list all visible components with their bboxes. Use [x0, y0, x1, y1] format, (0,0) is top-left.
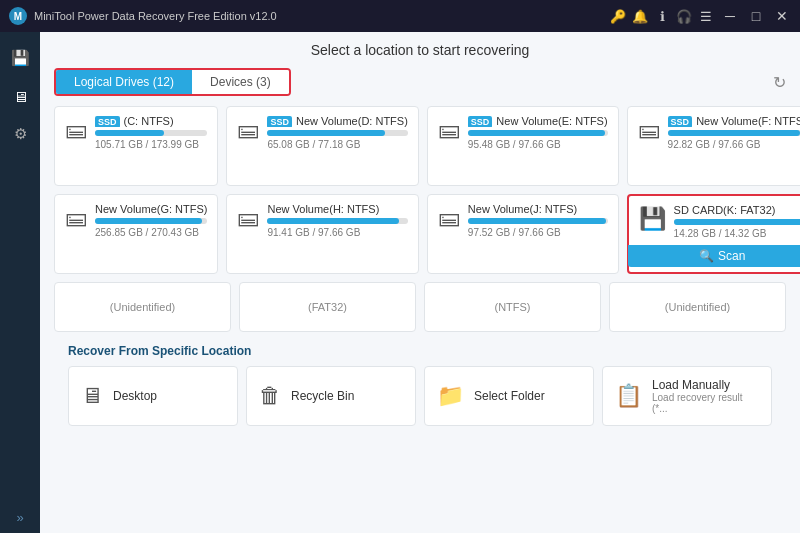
drive-bar-fill-k	[674, 219, 800, 225]
drive-bar-bg-e	[468, 130, 608, 136]
drive-card-g[interactable]: 🖴 New Volume(G: NTFS) 256.85 GB / 270.43…	[54, 194, 218, 274]
drive-bar-bg-f	[668, 130, 800, 136]
app-title: MiniTool Power Data Recovery Free Editio…	[34, 10, 610, 22]
unidentified-card-4[interactable]: (Unidentified)	[609, 282, 786, 332]
ssd-badge-e: SSD	[468, 116, 493, 127]
desktop-label: Desktop	[113, 389, 157, 403]
drive-bar-bg-j	[468, 218, 608, 224]
tab-logical-drives[interactable]: Logical Drives (12)	[56, 70, 192, 94]
drive-card-c[interactable]: 🖴 SSD(C: NTFS) 105.71 GB / 173.99 GB	[54, 106, 218, 186]
drive-size-d: 65.08 GB / 77.18 GB	[267, 139, 407, 150]
drive-bar-bg-d	[267, 130, 407, 136]
drive-size-g: 256.85 GB / 270.43 GB	[95, 227, 207, 238]
main-content: Select a location to start recovering Lo…	[40, 32, 800, 533]
tabs-container: Logical Drives (12) Devices (3)	[54, 68, 291, 96]
unidentified-card-1[interactable]: (Unidentified)	[54, 282, 231, 332]
ssd-badge-c: SSD	[95, 116, 120, 127]
bell-icon[interactable]: 🔔	[632, 8, 648, 24]
sidebar-item-drive[interactable]: 🖥	[4, 80, 36, 112]
key-icon[interactable]: 🔑	[610, 8, 626, 24]
drive-icon-f: 🖴	[638, 117, 660, 143]
drive-label-g: New Volume(G: NTFS)	[95, 203, 207, 215]
refresh-button[interactable]: ↻	[773, 73, 786, 92]
svg-text:M: M	[14, 11, 22, 22]
specific-card-recycle-bin[interactable]: 🗑 Recycle Bin	[246, 366, 416, 426]
drives-section: 🖴 SSD(C: NTFS) 105.71 GB / 173.99 GB	[40, 96, 800, 533]
close-button[interactable]: ✕	[772, 6, 792, 26]
drive-info-d: SSDNew Volume(D: NTFS) 65.08 GB / 77.18 …	[267, 115, 407, 150]
unidentified-card-2[interactable]: (FAT32)	[239, 282, 416, 332]
drive-info-f: SSDNew Volume(F: NTFS) 92.82 GB / 97.66 …	[668, 115, 800, 150]
drive-icon-k: 💾	[639, 206, 666, 232]
tab-devices[interactable]: Devices (3)	[192, 70, 289, 94]
drive-bar-fill-f	[668, 130, 800, 136]
select-folder-label: Select Folder	[474, 389, 545, 403]
drive-icon-c: 🖴	[65, 117, 87, 143]
headset-icon[interactable]: 🎧	[676, 8, 692, 24]
sidebar-item-settings[interactable]: ⚙	[4, 118, 36, 150]
drive-label-f: SSDNew Volume(F: NTFS)	[668, 115, 800, 127]
drive-card-h[interactable]: 🖴 New Volume(H: NTFS) 91.41 GB / 97.66 G…	[226, 194, 418, 274]
drive-size-j: 97.52 GB / 97.66 GB	[468, 227, 608, 238]
recycle-bin-label: Recycle Bin	[291, 389, 354, 403]
specific-grid: 🖥 Desktop 🗑 Recycle Bin 📁 Select Folder …	[68, 366, 772, 426]
drive-card-d[interactable]: 🖴 SSDNew Volume(D: NTFS) 65.08 GB / 77.1…	[226, 106, 418, 186]
drive-size-e: 95.48 GB / 97.66 GB	[468, 139, 608, 150]
drive-bar-fill-c	[95, 130, 164, 136]
ssd-badge-d: SSD	[267, 116, 292, 127]
load-manually-label: Load Manually	[652, 378, 759, 392]
app-logo: M	[8, 6, 28, 26]
drive-card-k[interactable]: 💾 SD CARD(K: FAT32) 14.28 GB / 14.32 GB …	[627, 194, 800, 274]
specific-card-select-folder[interactable]: 📁 Select Folder	[424, 366, 594, 426]
unidentified-card-3[interactable]: (NTFS)	[424, 282, 601, 332]
info-icon[interactable]: ℹ	[654, 8, 670, 24]
load-manually-info: Load Manually Load recovery result (*...	[652, 378, 759, 414]
minimize-button[interactable]: ─	[720, 6, 740, 26]
scan-button[interactable]: 🔍 Scan	[628, 245, 800, 267]
drive-info-k: SD CARD(K: FAT32) 14.28 GB / 14.32 GB	[674, 204, 800, 239]
app-body: 💾 🖥 ⚙ » Select a location to start recov…	[0, 32, 800, 533]
drive-icon-j: 🖴	[438, 205, 460, 231]
drive-size-f: 92.82 GB / 97.66 GB	[668, 139, 800, 150]
drive-bar-bg-c	[95, 130, 207, 136]
sidebar-expand-button[interactable]: »	[16, 510, 23, 525]
drive-card-j[interactable]: 🖴 New Volume(J: NTFS) 97.52 GB / 97.66 G…	[427, 194, 619, 274]
drive-label-h: New Volume(H: NTFS)	[267, 203, 407, 215]
drive-label-j: New Volume(J: NTFS)	[468, 203, 608, 215]
drive-card-e[interactable]: 🖴 SSDNew Volume(E: NTFS) 95.48 GB / 97.6…	[427, 106, 619, 186]
desktop-icon: 🖥	[81, 383, 103, 409]
sidebar-item-recover[interactable]: 💾	[4, 42, 36, 74]
sidebar: 💾 🖥 ⚙ »	[0, 32, 40, 533]
drive-icon-e: 🖴	[438, 117, 460, 143]
scan-label: Scan	[718, 249, 745, 263]
unidentified-grid: (Unidentified) (FAT32) (NTFS) (Unidentif…	[54, 282, 786, 332]
page-title: Select a location to start recovering	[40, 32, 800, 64]
drive-size-k: 14.28 GB / 14.32 GB	[674, 228, 800, 239]
drive-info-c: SSD(C: NTFS) 105.71 GB / 173.99 GB	[95, 115, 207, 150]
drive-icon-h: 🖴	[237, 205, 259, 231]
load-manually-icon: 📋	[615, 383, 642, 409]
drive-size-c: 105.71 GB / 173.99 GB	[95, 139, 207, 150]
recycle-bin-icon: 🗑	[259, 383, 281, 409]
scan-icon: 🔍	[699, 249, 714, 263]
drive-label-c: SSD(C: NTFS)	[95, 115, 207, 127]
drive-icon-d: 🖴	[237, 117, 259, 143]
drives-grid: 🖴 SSD(C: NTFS) 105.71 GB / 173.99 GB	[54, 106, 786, 274]
titlebar: M MiniTool Power Data Recovery Free Edit…	[0, 0, 800, 32]
drive-size-h: 91.41 GB / 97.66 GB	[267, 227, 407, 238]
drive-bar-fill-g	[95, 218, 202, 224]
drive-bar-bg-g	[95, 218, 207, 224]
specific-card-desktop[interactable]: 🖥 Desktop	[68, 366, 238, 426]
drive-info-e: SSDNew Volume(E: NTFS) 95.48 GB / 97.66 …	[468, 115, 608, 150]
drive-bar-fill-e	[468, 130, 605, 136]
drive-card-f[interactable]: 🖴 SSDNew Volume(F: NTFS) 92.82 GB / 97.6…	[627, 106, 800, 186]
menu-icon[interactable]: ☰	[698, 8, 714, 24]
ssd-badge-f: SSD	[668, 116, 693, 127]
drive-bar-bg-h	[267, 218, 407, 224]
titlebar-icons: 🔑 🔔 ℹ 🎧 ☰ ─ □ ✕	[610, 6, 792, 26]
specific-card-load-manually[interactable]: 📋 Load Manually Load recovery result (*.…	[602, 366, 772, 426]
maximize-button[interactable]: □	[746, 6, 766, 26]
drive-bar-fill-d	[267, 130, 385, 136]
drive-label-k: SD CARD(K: FAT32)	[674, 204, 800, 216]
drive-bar-fill-j	[468, 218, 606, 224]
